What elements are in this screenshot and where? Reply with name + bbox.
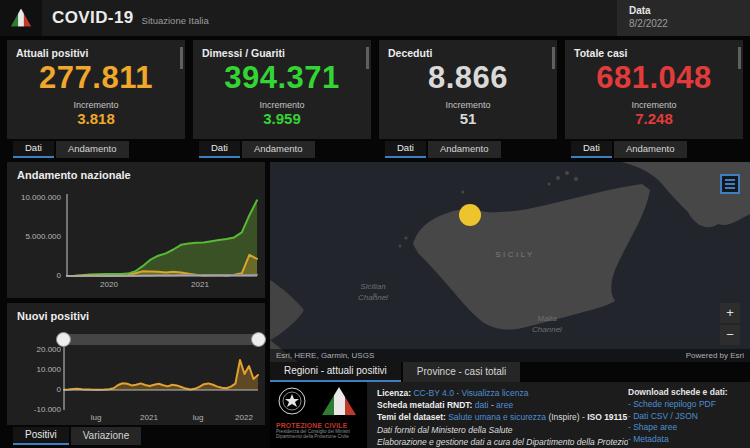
license-link[interactable]: CC-BY 4.0 bbox=[413, 388, 453, 398]
x-axis-tick: 2021 bbox=[180, 280, 220, 289]
date-value: 8/2/2022 bbox=[629, 18, 738, 29]
map-label-malta-channel: Channel bbox=[512, 325, 582, 334]
download-csv-link[interactable]: Dati CSV / JSON bbox=[628, 411, 744, 423]
region-data-marker[interactable] bbox=[459, 204, 481, 226]
x-axis-tick: lug bbox=[178, 413, 218, 422]
tab-regioni-attuali-positivi[interactable]: Regioni - attuali positivi bbox=[270, 362, 401, 382]
license-label: Licenza: bbox=[377, 388, 411, 398]
map-tabs: Regioni - attuali positivi Province - ca… bbox=[270, 362, 750, 382]
card-value: 8.866 bbox=[379, 60, 557, 96]
tab-province-casi-totali[interactable]: Province - casi totali bbox=[403, 362, 520, 382]
map-label-sicily: SICILY bbox=[475, 250, 555, 259]
tab-variazione[interactable]: Variazione bbox=[71, 427, 142, 445]
increment-label: Incremento bbox=[379, 100, 557, 110]
view-license-link[interactable]: Visualizza licenza bbox=[461, 388, 528, 398]
island-dot bbox=[574, 177, 578, 181]
card-deceduti: Deceduti 8.866 Incremento 51 bbox=[379, 40, 557, 139]
map-legend-button[interactable] bbox=[720, 174, 740, 194]
map-zoom-out-button[interactable]: − bbox=[720, 325, 740, 345]
metadata-dati-link[interactable]: dati bbox=[475, 400, 489, 410]
protezione-civile-icon bbox=[9, 7, 33, 29]
island-dot bbox=[565, 171, 569, 175]
metadata-aree-link[interactable]: aree bbox=[496, 400, 513, 410]
card-totale-casi: Totale casi 681.048 Incremento 7.248 bbox=[565, 40, 743, 139]
y-axis-tick: -10.000 bbox=[9, 405, 61, 414]
themes-label: Temi del dataset: bbox=[377, 412, 446, 422]
themes-link[interactable]: Salute umana e sicurezza bbox=[448, 412, 546, 422]
powered-by-esri: Powered by Esri bbox=[686, 351, 744, 360]
tab-dati[interactable]: Dati bbox=[13, 141, 54, 158]
x-axis-tick: 2022 bbox=[224, 413, 264, 422]
increment-value: 3.959 bbox=[193, 110, 371, 127]
panel-title: Andamento nazionale bbox=[17, 169, 131, 181]
covid-dashboard: COVID-19 Situazione Italia Data 8/2/2022… bbox=[0, 0, 750, 448]
x-axis-tick: 2021 bbox=[129, 413, 169, 422]
metadata-line: Scheda metadati RNDT: dati - aree bbox=[377, 399, 620, 411]
iso-label: ISO 19115: bbox=[587, 412, 628, 422]
card-scrollbar[interactable] bbox=[366, 47, 369, 69]
download-metadata-link[interactable]: Metadata bbox=[628, 434, 744, 446]
tab-dati[interactable]: Dati bbox=[199, 141, 240, 158]
license-line: Licenza: CC-BY 4.0 · Visualizza licenza bbox=[377, 387, 620, 399]
download-pdf-link[interactable]: Schede riepilogo PDF bbox=[628, 399, 744, 411]
increment-label: Incremento bbox=[193, 100, 371, 110]
tabs-deceduti: Dati Andamento bbox=[379, 141, 557, 158]
trend-tabs: Positivi Variazione bbox=[7, 427, 141, 445]
dataset-info: Licenza: CC-BY 4.0 · Visualizza licenza … bbox=[367, 382, 628, 448]
increment-label: Incremento bbox=[7, 100, 185, 110]
download-shape-link[interactable]: Shape aree bbox=[628, 422, 744, 434]
map-label-sicilian-channel: Sicilian bbox=[338, 282, 408, 291]
y-axis-tick: 0 bbox=[9, 385, 61, 394]
island-dot bbox=[462, 191, 465, 194]
card-attuali-positivi: Attuali positivi 277.811 Incremento 3.81… bbox=[7, 40, 185, 139]
protezione-civile-logo-block: PROTEZIONE CIVILE Presidenza del Consigl… bbox=[270, 382, 367, 448]
map-canvas[interactable]: SICILY Sicilian Channel Malta Channel + … bbox=[270, 162, 750, 362]
y-axis-tick: 0 bbox=[9, 271, 61, 280]
time-range-slider-handle-left[interactable] bbox=[56, 332, 71, 347]
tab-andamento[interactable]: Andamento bbox=[56, 141, 129, 158]
map-shapes bbox=[270, 162, 750, 362]
card-dimessi-guariti: Dimessi / Guariti 394.371 Incremento 3.9… bbox=[193, 40, 371, 139]
tab-positivi[interactable]: Positivi bbox=[13, 427, 69, 445]
island-dot bbox=[556, 176, 560, 180]
time-range-slider-track[interactable] bbox=[64, 334, 258, 345]
tab-andamento[interactable]: Andamento bbox=[242, 141, 315, 158]
x-axis-tick: lug bbox=[76, 413, 116, 422]
tabs-attuali: Dati Andamento bbox=[7, 141, 185, 158]
tab-dati[interactable]: Dati bbox=[385, 141, 426, 158]
tab-andamento[interactable]: Andamento bbox=[614, 141, 687, 158]
protezione-civile-emblems-icon bbox=[276, 385, 360, 417]
increment-value: 51 bbox=[379, 110, 557, 127]
x-axis-tick: 2020 bbox=[89, 280, 129, 289]
page-subtitle: Situazione Italia bbox=[142, 15, 209, 26]
time-range-slider-handle-right[interactable] bbox=[251, 332, 266, 347]
card-tabs-row: Dati Andamento Dati Andamento Dati Andam… bbox=[7, 141, 743, 158]
card-value: 394.371 bbox=[193, 60, 371, 96]
org-name: PROTEZIONE CIVILE bbox=[276, 422, 361, 429]
map-attribution: Esri, HERE, Garmin, USGS bbox=[276, 351, 374, 360]
download-block: Download schede e dati: Schede riepilogo… bbox=[628, 382, 750, 448]
map-zoom-in-button[interactable]: + bbox=[720, 303, 740, 323]
increment-value: 7.248 bbox=[565, 110, 743, 127]
org-line: Dipartimento della Protezione Civile bbox=[276, 434, 361, 439]
card-title: Deceduti bbox=[379, 45, 557, 59]
map-label-sicilian-channel: Channel bbox=[338, 293, 408, 302]
header-bar: COVID-19 Situazione Italia Data 8/2/2022 bbox=[0, 0, 750, 36]
increment-value: 3.818 bbox=[7, 110, 185, 127]
page-title: COVID-19 bbox=[52, 8, 134, 28]
tab-andamento[interactable]: Andamento bbox=[428, 141, 501, 158]
map-attribution-bar: Esri, HERE, Garmin, USGS Powered by Esri bbox=[270, 349, 750, 362]
card-scrollbar[interactable] bbox=[552, 47, 555, 69]
tab-dati[interactable]: Dati bbox=[571, 141, 612, 158]
card-scrollbar[interactable] bbox=[180, 47, 183, 69]
island-dot bbox=[548, 183, 551, 186]
y-axis-tick: 10.000 bbox=[9, 365, 61, 374]
separator: - bbox=[491, 400, 494, 410]
tabs-totale: Dati Andamento bbox=[565, 141, 743, 158]
separator: · bbox=[456, 388, 459, 398]
nuovi-positivi-panel: Nuovi positivi 20.000 10.000 0 -10.000 l… bbox=[7, 303, 265, 425]
card-scrollbar[interactable] bbox=[738, 47, 741, 69]
panel-title: Nuovi positivi bbox=[17, 310, 89, 322]
y-axis-tick: 20.000 bbox=[9, 345, 61, 354]
y-axis-tick: 10.000.000 bbox=[9, 193, 61, 202]
